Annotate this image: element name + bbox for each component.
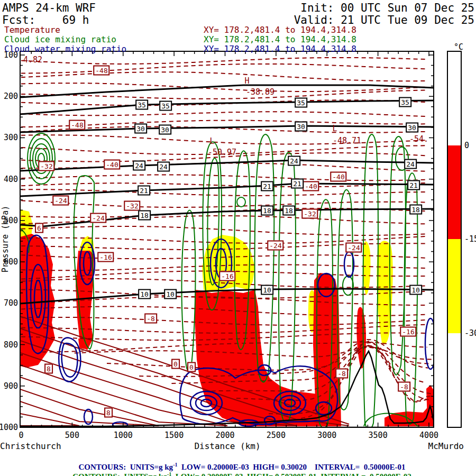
x-tick-label: 3000 [317, 431, 336, 440]
temp-contour-label: -24 [345, 243, 362, 253]
temp-contour-label: -16 [219, 271, 235, 281]
temp-contour-label: -24 [267, 241, 283, 251]
black-contour-label: 21 [138, 186, 150, 196]
temp-contour-label: -16 [400, 327, 416, 337]
x-tick-label: 1500 [164, 431, 184, 440]
temp-contour-label: -32 [38, 161, 54, 171]
temp-extremum-label: H [244, 76, 249, 86]
black-contour-label: 18 [138, 210, 151, 221]
y-tick-label: 300 [4, 133, 18, 142]
y-tick-label: 600 [4, 257, 18, 267]
black-contour-label: 21 [261, 181, 273, 191]
black-contour-label: 35 [135, 100, 148, 110]
amps-cross-section-page: AMPS 24-km WRF Init: 00 UTC Sun 07 Dec 2… [0, 0, 476, 476]
temp-contour-label: -32 [124, 201, 140, 211]
x-tick-label: 500 [65, 431, 79, 440]
black-contour-label: 18 [282, 206, 295, 216]
black-contour-label: 24 [404, 159, 417, 169]
x-axis-title: Distance (km) [194, 441, 260, 451]
y-tick-label: 900 [4, 381, 18, 391]
y-tick-label: 200 [4, 91, 18, 101]
black-contour-label: 21 [291, 179, 304, 189]
y-tick-label: 800 [4, 340, 18, 350]
temp-extremum-label: -50.97 [208, 148, 236, 157]
legend-temperature-xy: XY= 178.2,481.4 to 194.4,314.8 [204, 25, 356, 35]
black-contour-label: 24 [288, 156, 300, 166]
black-contour-label: 10 [261, 285, 273, 295]
black-contour-label: 21 [407, 180, 420, 190]
temp-contour-label: -32 [301, 209, 318, 219]
colorbar-unit: °C [454, 42, 463, 52]
black-contour-label: 18 [261, 206, 273, 216]
x-tick-label: 4000 [419, 431, 438, 440]
temp-contour-label: -24 [52, 196, 69, 206]
black-contour-label: 10 [409, 285, 422, 295]
x-tick-label: 2500 [267, 431, 286, 440]
black-contour-label: 35 [399, 97, 411, 107]
y-tick-label: 400 [4, 175, 18, 184]
black-contour-label: 30 [159, 125, 171, 135]
colorbar-tick-label: -15 [464, 234, 476, 244]
temp-contour-label: -48 [93, 66, 109, 76]
black-contour-label: 18 [409, 205, 422, 215]
black-contour-label: 24 [133, 161, 145, 171]
x-tick-label: 0 [19, 431, 23, 440]
temp-contour-label: 8 [104, 408, 113, 418]
legend-cloud-water: Cloud water mixing ratio [4, 44, 126, 54]
cross-section-plot [0, 0, 476, 476]
x-tick-label: 1000 [114, 431, 133, 440]
temp-contour-label: -8 [335, 369, 348, 379]
black-contour-label: 35 [295, 98, 307, 108]
black-contour-label: 30 [295, 122, 307, 132]
black-contour-label: 10 [164, 289, 177, 299]
temp-extremum-label: -48.71 [333, 136, 361, 145]
temp-extremum-label: L [332, 124, 337, 133]
temp-contour-label: -24 [90, 213, 106, 223]
legend-cloud-water-xy: XY= 178.2,481.4 to 194.4,314.8 [204, 44, 356, 54]
colorbar-tick-label: -30 [464, 328, 476, 338]
temp-contour-label: 8 [44, 364, 53, 374]
station-left: Christchurch [0, 441, 61, 451]
temp-contour-label: 0 [171, 359, 180, 369]
legend-cloud-ice: Cloud ice mixing ratio [4, 34, 116, 44]
x-tick-label: 2000 [215, 431, 234, 440]
temp-contour-label: -8 [144, 314, 157, 324]
black-contour-label: 35 [159, 101, 172, 111]
contour-info-cloud-ice: CONTOURS: UNITS=g kg-1 LOW= 0.20000E-03 … [0, 462, 476, 476]
temp-contour-label: 0 [187, 362, 196, 372]
y-tick-label: 700 [4, 298, 18, 308]
colorbar-tick-label: 0 [464, 141, 469, 150]
black-contour-label: 10 [138, 289, 151, 299]
temp-extremum-label: L [209, 136, 214, 146]
temp-contour-label: -8 [398, 382, 410, 392]
temp-contour-label: 6 [35, 223, 43, 233]
temp-extremum-label: 4.82 [23, 55, 42, 65]
x-tick-label: 3500 [369, 431, 388, 440]
temp-contour-label: -40 [104, 160, 120, 170]
temp-extremum-label: -38.89 [246, 87, 274, 97]
black-contour-label: 30 [406, 123, 418, 133]
temp-extremum-label: -54. [409, 134, 428, 144]
temp-contour-label: -40 [303, 181, 319, 191]
legend-cloud-ice-xy: XY= 178.2,481.4 to 194.4,314.8 [204, 34, 356, 44]
temp-contour-label: -16 [97, 252, 114, 262]
y-tick-label: 100 [4, 50, 18, 60]
model-title: AMPS 24-km WRF [2, 2, 96, 14]
black-contour-label: 24 [157, 162, 170, 172]
black-contour-label: 30 [134, 124, 147, 134]
legend-temperature: Temperature [4, 25, 60, 35]
y-tick-label: 1000 [0, 423, 18, 432]
temp-contour-label: -48 [69, 120, 85, 130]
y-tick-label: 500 [4, 216, 18, 225]
temp-contour-label: -40 [330, 172, 346, 182]
